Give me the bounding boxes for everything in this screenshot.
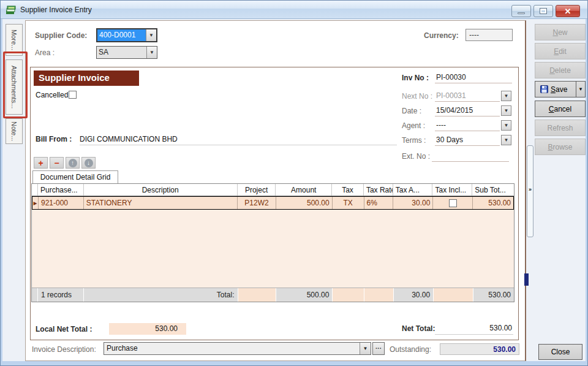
footer-selector <box>32 288 38 302</box>
add-row-button[interactable]: + <box>34 157 48 169</box>
agent-value[interactable]: ---- <box>435 120 500 131</box>
close-window-button[interactable]: ✕ <box>556 5 580 17</box>
tab-document-detail-grid[interactable]: Document Detail Grid <box>32 170 118 183</box>
invoice-description-combo[interactable]: Purchase ▼ <box>104 342 371 355</box>
app-icon <box>6 5 17 15</box>
bill-from-value: DIGI COMMUNICATION BHD <box>80 135 397 145</box>
agent-dropdown-icon[interactable]: ▼ <box>501 120 511 131</box>
document-detail-grid: Purchase... Description Project Amount T… <box>31 183 514 302</box>
header-tax[interactable]: Tax <box>332 184 364 196</box>
area-value[interactable]: SA <box>97 47 146 58</box>
grid-toolbar: + − ↑ ↓ <box>34 157 96 169</box>
header-project[interactable]: Project <box>238 184 276 196</box>
delete-button-label: Delete <box>549 66 571 75</box>
next-no-dropdown-icon[interactable]: ▼ <box>501 91 511 101</box>
cancel-button[interactable]: Cancel <box>535 101 586 117</box>
move-row-down-button[interactable]: ↓ <box>81 157 96 169</box>
refresh-button-label: Refresh <box>547 124 573 132</box>
cell-project[interactable]: P12W2 <box>238 197 276 209</box>
header-description[interactable]: Description <box>84 184 238 196</box>
header-tax-inclusive[interactable]: Tax Incl... <box>432 184 472 196</box>
area-label: Area : <box>35 48 55 57</box>
cell-tax-inclusive[interactable] <box>433 197 473 209</box>
cell-purchase[interactable]: 921-000 <box>39 197 84 209</box>
ext-no-label: Ext. No : <box>402 152 435 161</box>
scrollbar-thumb[interactable] <box>524 273 529 286</box>
delete-button[interactable]: Delete <box>535 62 586 78</box>
invoice-box: Supplier Invoice Cancelled Inv No : PI-0… <box>30 67 519 340</box>
supplier-code-combo[interactable]: 400-D0001 ▼ <box>96 28 157 42</box>
cell-description[interactable]: STATIONERY <box>84 197 238 209</box>
maximize-button[interactable] <box>533 5 553 17</box>
save-button[interactable]: Save <box>535 81 576 97</box>
invoice-description-dropdown-icon[interactable]: ▼ <box>360 343 371 354</box>
form-panel: Supplier Code: 400-D0001 ▼ Currency: ---… <box>25 20 526 361</box>
cancelled-label: Cancelled <box>36 91 68 99</box>
tab-note-label: Note... <box>10 121 18 141</box>
area-combo[interactable]: SA ▼ <box>96 46 157 59</box>
date-dropdown-icon[interactable]: ▼ <box>501 105 511 116</box>
tab-attachments[interactable]: Attachments... <box>6 59 23 115</box>
header-purchase[interactable]: Purchase... <box>38 184 84 196</box>
window-title: Supplier Invoice Entry <box>20 6 92 14</box>
arrow-up-icon: ↑ <box>69 159 77 167</box>
ellipsis-icon: ··· <box>375 345 382 352</box>
terms-label: Terms : <box>402 136 435 145</box>
date-label: Date : <box>402 107 435 115</box>
ext-no-value[interactable] <box>432 151 509 162</box>
arrow-down-icon: ↓ <box>85 159 93 167</box>
invoice-title-banner: Supplier Invoice <box>34 71 139 86</box>
edit-button[interactable]: Edit <box>535 43 586 59</box>
agent-label: Agent : <box>402 121 435 130</box>
refresh-button[interactable]: Refresh <box>535 120 586 136</box>
header-amount[interactable]: Amount <box>276 184 332 196</box>
supplier-code-dropdown-icon[interactable]: ▼ <box>146 29 156 41</box>
bill-from-label: Bill From : <box>36 135 72 143</box>
outstanding-label: Outstanding: <box>390 345 431 354</box>
minimize-button[interactable] <box>511 5 531 17</box>
local-net-total-label: Local Net Total : <box>36 325 92 334</box>
grid-empty-body[interactable] <box>32 210 514 288</box>
terms-value[interactable]: 30 Days <box>435 135 500 146</box>
tab-more[interactable]: More... <box>6 24 23 56</box>
local-net-total-value: 530.00 <box>109 323 186 335</box>
header-tax-amount[interactable]: Tax A... <box>393 184 433 196</box>
area-dropdown-icon[interactable]: ▼ <box>146 47 157 58</box>
cell-amount[interactable]: 500.00 <box>276 197 333 209</box>
cell-sub-total[interactable]: 530.00 <box>473 197 513 209</box>
cell-tax[interactable]: TX <box>333 197 364 209</box>
save-options-dropdown[interactable]: ▼ <box>576 81 586 97</box>
close-button[interactable]: Close <box>538 344 582 360</box>
browse-button[interactable]: Browse <box>535 139 586 155</box>
plus-icon: + <box>38 158 43 168</box>
browse-button-label: Browse <box>548 143 572 151</box>
cell-tax-amount[interactable]: 30.00 <box>393 197 433 209</box>
move-row-up-button[interactable]: ↑ <box>66 157 80 169</box>
save-dropdown-icon: ▼ <box>578 86 583 92</box>
maximize-icon <box>540 9 546 13</box>
footer-project-blank <box>238 288 277 302</box>
new-button[interactable]: New <box>535 24 586 40</box>
tax-inclusive-checkbox[interactable] <box>449 199 457 207</box>
title-bar[interactable]: Supplier Invoice Entry ✕ <box>1 1 587 19</box>
minus-icon: − <box>54 158 59 168</box>
minimize-icon <box>518 12 525 14</box>
invoice-description-browse-button[interactable]: ··· <box>372 342 385 355</box>
edit-button-label: Edit <box>554 47 567 56</box>
remove-row-button[interactable]: − <box>50 157 64 169</box>
footer-tax-blank <box>333 288 364 302</box>
header-tax-rate[interactable]: Tax Rate <box>364 184 393 196</box>
terms-dropdown-icon[interactable]: ▼ <box>501 135 511 145</box>
invoice-description-value[interactable]: Purchase <box>104 343 360 354</box>
cell-tax-rate[interactable]: 6% <box>364 197 394 209</box>
row-marker-icon: ▸ <box>32 197 39 209</box>
date-value[interactable]: 15/04/2015 <box>435 105 500 116</box>
cancelled-checkbox[interactable] <box>69 91 77 99</box>
grid-row[interactable]: ▸ 921-000 STATIONERY P12W2 500.00 TX 6% … <box>32 196 514 210</box>
expand-splitter[interactable]: » <box>527 145 533 237</box>
supplier-code-value[interactable]: 400-D0001 <box>97 29 146 41</box>
header-sub-total[interactable]: Sub Tot... <box>472 184 514 196</box>
net-total-label: Net Total: <box>402 324 435 333</box>
tab-note[interactable]: Note... <box>6 118 23 144</box>
app-window: Supplier Invoice Entry ✕ More... Attachm… <box>0 0 588 366</box>
